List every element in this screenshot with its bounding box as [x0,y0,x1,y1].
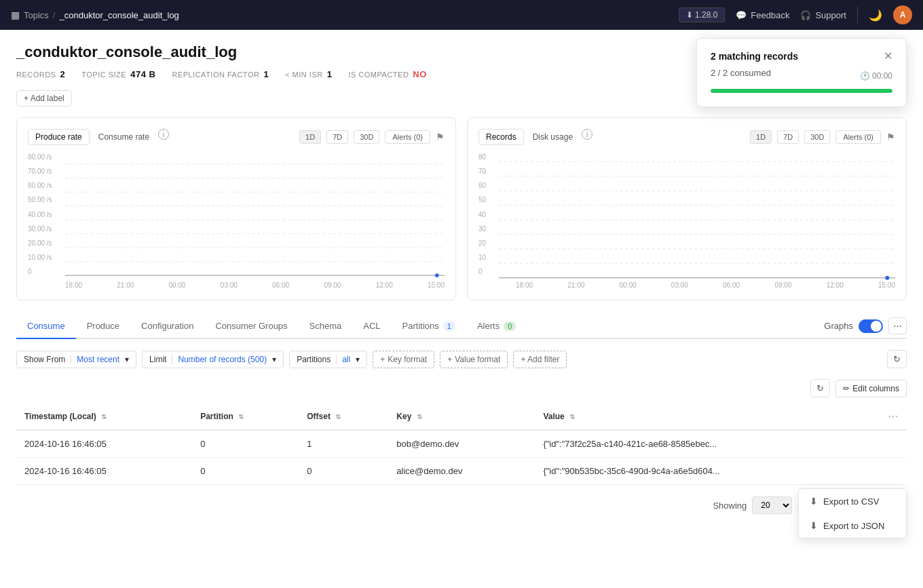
chart-right-tabs: Records Disk usage i [478,129,592,145]
alerts-btn-left[interactable]: Alerts (0) [385,130,430,144]
show-from-label: Show From [24,355,65,364]
meta-min-isr: < MIN ISR 1 [285,69,332,79]
export-json-item[interactable]: ⬇ Export to JSON [799,513,906,538]
graphs-toggle-switch[interactable] [859,319,883,333]
sort-offset-icon: ⇅ [335,413,341,420]
row1-timestamp: 2024-10-16 16:46:05 [16,430,192,458]
replication-value: 1 [263,69,269,79]
period-30d-btn-right[interactable]: 30D [804,130,830,144]
feedback-label: Feedback [751,10,789,20]
produce-rate-tab[interactable]: Produce rate [28,129,90,145]
limit-label: Limit [149,355,166,364]
alerts-btn-right[interactable]: Alerts (0) [835,130,881,144]
sort-timestamp-icon: ⇅ [101,413,107,420]
replication-label: REPLICATION FACTOR [172,71,259,79]
support-button[interactable]: 🎧 Support [800,10,846,20]
theme-toggle-button[interactable]: 🌙 [869,9,882,22]
tab-schema-label: Schema [309,321,342,331]
min-isr-value: 1 [327,69,333,79]
tab-consume[interactable]: Consume [16,314,76,339]
chart-right-header: Records Disk usage i 1D 7D 30D Alerts (0… [478,129,895,145]
chart-right-x-labels: 18:00 21:00 00:00 03:00 06:00 09:00 12:0… [516,281,895,289]
tab-acl[interactable]: ACL [352,314,391,339]
chart-settings-icon-left[interactable]: ⚑ [436,132,445,142]
period-7d-btn-right[interactable]: 7D [777,130,799,144]
context-menu: ⬇ Export to CSV ⬇ Export to JSON [798,488,907,538]
feedback-button[interactable]: 💬 Feedback [736,10,789,20]
plus-icon: + [380,355,385,364]
table-row: 2024-10-16 16:46:05 0 0 alice@demo.dev {… [16,458,907,485]
breadcrumb-current-topic: _conduktor_console_audit_log [59,10,178,20]
export-csv-icon: ⬇ [810,496,818,507]
tab-alerts[interactable]: Alerts 0 [466,314,527,339]
col-value[interactable]: Value ⇅ [535,403,880,430]
period-7d-btn-left[interactable]: 7D [326,130,348,144]
main-content: _conduktor_console_audit_log RECORDS 2 T… [0,30,923,588]
version-badge[interactable]: ⬇ 1.28.0 [679,7,726,22]
svg-point-9 [435,273,439,277]
notif-header: 2 matching records ✕ [711,50,892,62]
filters-row: Show From Most recent ▾ Limit Number of … [16,350,907,368]
chevron-down-icon3: ▾ [356,355,360,364]
chart-left-svg [65,153,445,289]
min-isr-label: < MIN ISR [285,71,323,79]
disk-usage-tab[interactable]: Disk usage [525,129,580,145]
chart-right-info-icon[interactable]: i [582,129,592,140]
show-from-filter[interactable]: Show From Most recent ▾ [16,351,136,368]
chart-left-header: Produce rate Consume rate i 1D 7D 30D Al… [28,129,445,145]
row1-partition: 0 [192,430,299,458]
chart-left-info-icon[interactable]: i [158,129,169,140]
graphs-label: Graphs [824,321,853,331]
col-offset[interactable]: Offset ⇅ [299,403,388,430]
graphs-toggle: Graphs [824,319,883,333]
chart-right-area: 80 70 60 50 40 30 20 10 0 [478,153,895,289]
tab-consumer-groups[interactable]: Consumer Groups [204,314,298,339]
tab-configuration[interactable]: Configuration [130,314,204,339]
chart-settings-icon-right[interactable]: ⚑ [886,132,895,142]
period-1d-btn-right[interactable]: 1D [750,130,772,144]
add-filter-button[interactable]: + Add filter [513,351,567,368]
col-timestamp[interactable]: Timestamp (Local) ⇅ [16,403,192,430]
chart-left-controls: 1D 7D 30D Alerts (0) ⚑ [299,130,445,144]
breadcrumb-topics[interactable]: Topics [24,10,49,20]
feedback-icon: 💬 [736,10,747,20]
tabs-right-actions: Graphs ⋯ [824,317,907,334]
limit-filter[interactable]: Limit Number of records (500) ▾ [142,351,284,368]
table-row: 2024-10-16 16:46:05 0 1 bob@demo.dev {"i… [16,430,907,458]
row2-partition: 0 [192,458,299,485]
chart-right-svg [499,153,895,289]
period-1d-btn-left[interactable]: 1D [299,130,321,144]
more-options-button[interactable]: ⋯ [888,317,907,334]
tab-alerts-label: Alerts [477,321,500,331]
col-partition[interactable]: Partition ⇅ [192,403,299,430]
nav-divider [857,7,858,23]
table-refresh-button[interactable]: ↻ [810,379,830,397]
chart-left-area: 80.00 /s 70.00 /s 60.00 /s 50.00 /s 40.0… [28,153,445,289]
table-header-menu[interactable]: ⋯ [888,410,899,423]
notif-title: 2 matching records [711,51,798,62]
tab-produce[interactable]: Produce [76,314,130,339]
breadcrumb: ▦ Topics / _conduktor_console_audit_log [11,9,179,20]
tab-schema[interactable]: Schema [299,314,353,339]
add-label-button[interactable]: + Add label [16,90,72,106]
period-30d-btn-left[interactable]: 30D [354,130,379,144]
pagination-row: Showing 20 50 100 of 2 rows ‹ 1 › [16,496,907,515]
page-size-select[interactable]: 20 50 100 [752,496,792,514]
consume-rate-tab[interactable]: Consume rate [91,129,157,145]
offset-col-label: Offset [307,412,331,421]
records-tab[interactable]: Records [478,129,524,145]
value-format-filter[interactable]: + Value format [440,351,508,368]
partitions-filter[interactable]: Partitions all ▾ [289,351,367,368]
edit-columns-button[interactable]: ✏ Edit columns [835,380,907,397]
topnav-right: ⬇ 1.28.0 💬 Feedback 🎧 Support 🌙 A [679,5,912,24]
topics-icon: ▦ [11,9,20,20]
edit-columns-label: Edit columns [852,384,899,393]
limit-value: Number of records (500) [178,355,267,364]
notif-close-button[interactable]: ✕ [884,50,892,62]
avatar[interactable]: A [893,5,912,24]
tab-partitions[interactable]: Partitions 1 [392,314,466,339]
key-format-filter[interactable]: + Key format [373,351,434,368]
export-csv-item[interactable]: ⬇ Export to CSV [799,489,906,513]
col-key[interactable]: Key ⇅ [388,403,535,430]
refresh-button[interactable]: ↻ [887,350,907,368]
